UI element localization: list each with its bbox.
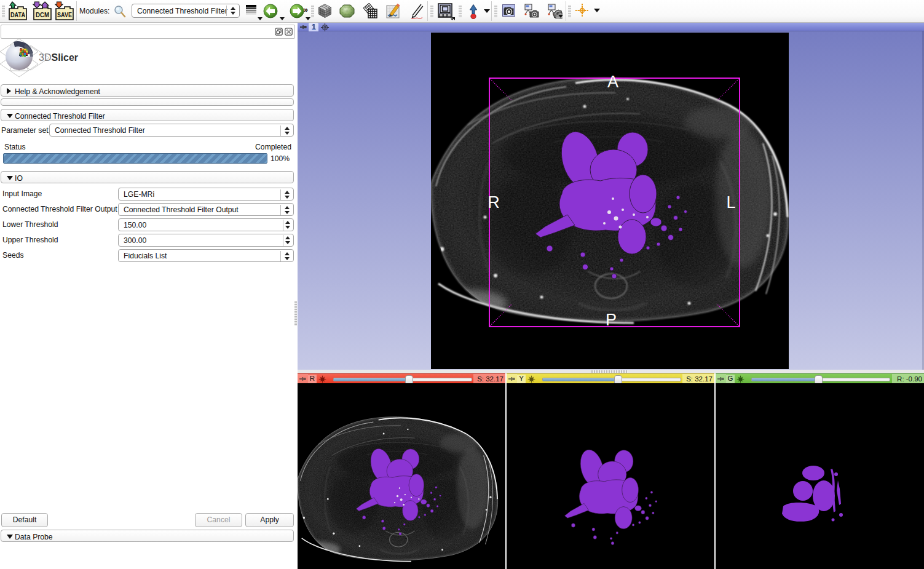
svg-text:A: A <box>607 73 618 91</box>
svg-text:DATA: DATA <box>10 11 25 18</box>
svg-text:P: P <box>606 311 617 329</box>
svg-text:3DSlicer: 3DSlicer <box>39 52 78 63</box>
svg-text:SAVE: SAVE <box>57 11 72 18</box>
svg-text:L: L <box>726 193 735 212</box>
svg-text:R: R <box>488 193 500 212</box>
svg-text:DCM: DCM <box>36 11 49 18</box>
